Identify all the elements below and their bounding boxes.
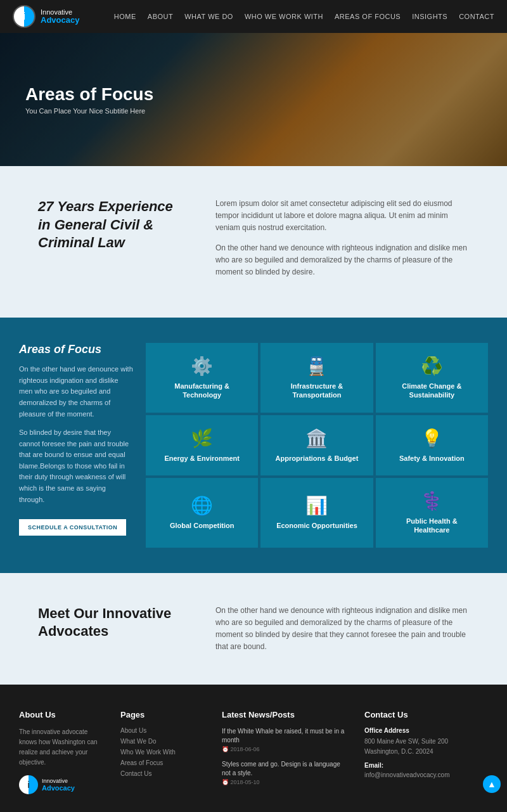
focus-grid: ⚙️ Manufacturing &Technology 🚆 Infrastru… <box>146 343 488 547</box>
nav-insights[interactable]: INSIGHTS <box>412 13 447 20</box>
hero-content: Areas of Focus You Can Place Your Nice S… <box>0 84 179 115</box>
meet-heading-area: Meet Our Innovative Advocates <box>38 605 177 654</box>
footer-pages-heading: Pages <box>120 710 203 719</box>
logo-text: Innovative Advocacy <box>41 8 79 25</box>
focus-card-appropriations[interactable]: 🏛️ Appropriations & Budget <box>260 415 373 475</box>
nav-home[interactable]: HOME <box>114 13 136 20</box>
focus-card-health-label: Public Health &Healthcare <box>406 517 458 535</box>
focus-card-energy-label: Energy & Environment <box>164 454 240 463</box>
manufacturing-icon: ⚙️ <box>191 356 213 377</box>
nav-about[interactable]: ABOUT <box>148 13 173 20</box>
scroll-to-top-button[interactable]: ▲ <box>483 775 501 793</box>
footer-logo[interactable]: i Innovative Advocacy <box>19 775 101 794</box>
footer-pages: Pages About Us What We Do Who We Work Wi… <box>120 710 203 794</box>
safety-icon: 💡 <box>421 428 443 449</box>
office-address: 800 Maine Ave SW, Suite 200Washington, D… <box>364 737 488 757</box>
footer-link-areas[interactable]: Areas of Focus <box>120 759 203 766</box>
footer-contact-heading: Contact Us <box>364 710 488 719</box>
footer-about: About Us The innovative advocate knows h… <box>19 710 101 794</box>
news-item-1-date: ⏰ 2018-06-06 <box>222 746 345 752</box>
focus-desc-2: So blinded by desire that they cannot fo… <box>19 427 133 505</box>
focus-card-infrastructure[interactable]: 🚆 Infrastructure &Transportation <box>260 343 373 413</box>
focus-desc-1: On the other hand we denounce with right… <box>19 364 133 420</box>
footer-link-contact[interactable]: Contact Us <box>120 770 203 777</box>
footer-link-who-we-work[interactable]: Who We Work With <box>120 749 203 756</box>
contact-email: info@innovativeadvocacy.com <box>364 770 488 780</box>
meet-description: On the other hand we denounce with right… <box>215 605 469 654</box>
hero-section: Areas of Focus You Can Place Your Nice S… <box>0 33 507 166</box>
site-footer: About Us The innovative advocate knows h… <box>0 685 507 812</box>
meet-text-area: On the other hand we denounce with right… <box>215 605 469 654</box>
infrastructure-icon: 🚆 <box>305 356 328 377</box>
focus-card-climate[interactable]: ♻️ Climate Change &Sustainability <box>376 343 488 413</box>
office-address-label: Office Address <box>364 727 488 734</box>
intro-heading: 27 Years Experience in General Civil & C… <box>38 198 177 252</box>
focus-sidebar: Areas of Focus On the other hand we deno… <box>19 343 133 547</box>
footer-about-text: The innovative advocate knows how Washin… <box>19 727 101 768</box>
energy-icon: 🌿 <box>191 428 213 449</box>
schedule-consultation-button[interactable]: SCHEDULE A CONSULTATION <box>19 519 126 536</box>
focus-card-safety-label: Safety & Innovation <box>399 454 465 463</box>
appropriations-icon: 🏛️ <box>305 428 328 449</box>
focus-card-climate-label: Climate Change &Sustainability <box>402 382 461 400</box>
focus-card-manufacturing-label: Manufacturing &Technology <box>174 382 229 400</box>
footer-link-about[interactable]: About Us <box>120 727 203 734</box>
nav-contact[interactable]: CONTACT <box>459 13 494 20</box>
footer-news-heading: Latest News/Posts <box>222 710 345 719</box>
footer-logo-icon: i <box>19 775 38 794</box>
news-item-1-title: If the White Whale be raised, it must be… <box>222 727 345 745</box>
meet-heading: Meet Our Innovative Advocates <box>38 605 177 641</box>
intro-section: 27 Years Experience in General Civil & C… <box>0 166 507 318</box>
focus-card-manufacturing[interactable]: ⚙️ Manufacturing &Technology <box>146 343 258 413</box>
footer-news: Latest News/Posts If the White Whale be … <box>222 710 345 794</box>
email-label: Email: <box>364 762 488 769</box>
focus-card-appropriations-label: Appropriations & Budget <box>276 454 359 463</box>
logo-icon: i <box>13 5 35 28</box>
intro-text-area: Lorem ipsum dolor sit amet consectetur a… <box>215 198 469 286</box>
news-item-2-date: ⏰ 2018-05-10 <box>222 779 345 785</box>
focus-card-economic[interactable]: 📊 Economic Opportunities <box>260 478 373 548</box>
intro-heading-area: 27 Years Experience in General Civil & C… <box>38 198 177 252</box>
economic-icon: 📊 <box>305 495 328 516</box>
nav-areas-of-focus[interactable]: AREAS OF FOCUS <box>335 13 401 20</box>
meet-section: Meet Our Innovative Advocates On the oth… <box>0 573 507 685</box>
intro-para-1: Lorem ipsum dolor sit amet consectetur a… <box>215 198 469 235</box>
intro-para-2: On the other hand we denounce with right… <box>215 242 469 279</box>
focus-card-energy[interactable]: 🌿 Energy & Environment <box>146 415 258 475</box>
nav-what-we-do[interactable]: WHAT WE DO <box>184 13 233 20</box>
climate-icon: ♻️ <box>421 356 443 377</box>
focus-card-economic-label: Economic Opportunities <box>276 521 357 530</box>
hero-subtitle: You Can Place Your Nice Subtitle Here <box>25 107 153 115</box>
page-title: Areas of Focus <box>25 84 153 105</box>
footer-logo-text: Innovative Advocacy <box>42 778 75 792</box>
news-item-2: Styles come and go. Design is a language… <box>222 760 345 785</box>
main-nav: HOME ABOUT WHAT WE DO WHO WE WORK WITH A… <box>114 13 494 20</box>
focus-section: Areas of Focus On the other hand we deno… <box>0 318 507 572</box>
focus-card-global-label: Global Competition <box>170 521 234 530</box>
footer-link-what-we-do[interactable]: What We Do <box>120 738 203 745</box>
site-header: i Innovative Advocacy HOME ABOUT WHAT WE… <box>0 0 507 33</box>
nav-who-we-work-with[interactable]: WHO WE WORK WITH <box>245 13 323 20</box>
focus-heading: Areas of Focus <box>19 343 133 356</box>
footer-about-heading: About Us <box>19 710 101 719</box>
news-item-2-title: Styles come and go. Design is a language… <box>222 760 345 778</box>
global-icon: 🌐 <box>191 495 213 516</box>
news-item-1: If the White Whale be raised, it must be… <box>222 727 345 752</box>
health-icon: ⚕️ <box>421 491 443 512</box>
focus-card-safety[interactable]: 💡 Safety & Innovation <box>376 415 488 475</box>
focus-card-health[interactable]: ⚕️ Public Health &Healthcare <box>376 478 488 548</box>
focus-card-infrastructure-label: Infrastructure &Transportation <box>291 382 343 400</box>
footer-contact: Contact Us Office Address 800 Maine Ave … <box>364 710 488 794</box>
logo[interactable]: i Innovative Advocacy <box>13 5 79 28</box>
focus-card-global[interactable]: 🌐 Global Competition <box>146 478 258 548</box>
footer-grid: About Us The innovative advocate knows h… <box>19 710 488 794</box>
